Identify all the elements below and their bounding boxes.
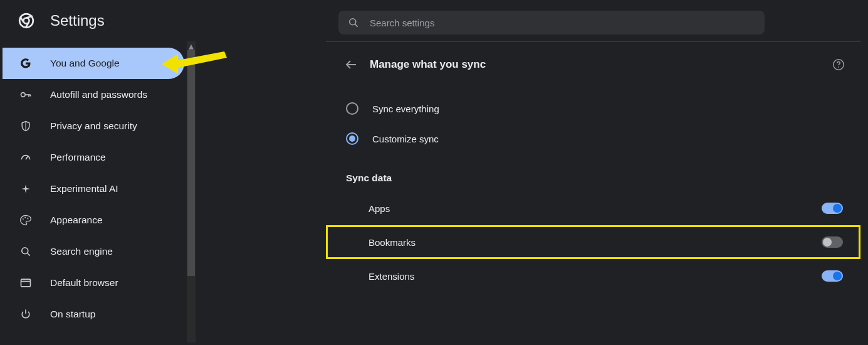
sidebar-item-label: You and Google	[50, 58, 120, 69]
svg-line-3	[355, 24, 358, 27]
svg-point-9	[23, 218, 24, 220]
sync-row-extensions: Extensions	[326, 259, 860, 293]
sync-data-section-title: Sync data	[326, 154, 860, 191]
sparkle-icon	[19, 182, 33, 196]
key-icon	[19, 88, 33, 102]
sync-mode-radio-group: Sync everything Customize sync	[326, 87, 860, 154]
speedometer-icon	[19, 151, 33, 164]
scroll-thumb[interactable]	[187, 50, 195, 276]
shield-icon	[19, 119, 33, 133]
svg-point-12	[22, 248, 28, 254]
settings-content: Manage what you sync Sync everything Cus…	[326, 41, 860, 345]
sync-item-label: Bookmarks	[369, 237, 416, 248]
sidebar-item-on-startup[interactable]: On startup	[3, 299, 184, 330]
sidebar-item-experimental-ai[interactable]: Experimental AI	[3, 173, 184, 204]
google-g-icon	[19, 56, 33, 70]
svg-point-4	[21, 93, 26, 97]
sync-row-bookmarks: Bookmarks	[326, 225, 860, 259]
sidebar-item-default-browser[interactable]: Default browser	[3, 267, 184, 299]
sidebar-item-label: On startup	[50, 309, 95, 320]
sidebar-item-label: Appearance	[50, 215, 103, 226]
radio-sync-everything[interactable]: Sync everything	[326, 93, 860, 124]
page-title: Settings	[50, 12, 105, 29]
magnifier-icon	[19, 245, 33, 258]
sidebar-item-search-engine[interactable]: Search engine	[3, 236, 184, 267]
sidebar-item-label: Search engine	[50, 246, 113, 257]
settings-sidebar: You and Google Autofill and passwords Pr…	[3, 48, 184, 330]
svg-rect-14	[21, 279, 31, 287]
svg-point-20	[838, 66, 839, 68]
toggle-extensions[interactable]	[822, 270, 843, 282]
search-icon	[347, 16, 360, 29]
radio-label: Customize sync	[372, 134, 439, 144]
sync-item-label: Apps	[369, 203, 390, 214]
search-input[interactable]	[370, 18, 756, 28]
sync-row-apps: Apps	[326, 191, 860, 225]
sidebar-item-label: Default browser	[50, 277, 118, 289]
sidebar-item-privacy[interactable]: Privacy and security	[3, 110, 184, 142]
toggle-bookmarks[interactable]	[822, 236, 843, 248]
content-header: Manage what you sync	[326, 42, 860, 87]
radio-customize-sync[interactable]: Customize sync	[326, 124, 860, 154]
sidebar-item-label: Experimental AI	[50, 183, 118, 194]
back-arrow-icon[interactable]	[343, 57, 358, 72]
search-settings-field[interactable]	[338, 11, 765, 34]
svg-point-10	[24, 217, 26, 218]
sidebar-item-autofill[interactable]: Autofill and passwords	[3, 79, 184, 110]
radio-label: Sync everything	[372, 104, 439, 114]
sidebar-item-label: Performance	[50, 152, 106, 163]
sidebar-item-appearance[interactable]: Appearance	[3, 204, 184, 236]
browser-icon	[19, 276, 33, 290]
sidebar-item-label: Privacy and security	[50, 120, 137, 132]
sidebar-item-label: Autofill and passwords	[50, 89, 147, 100]
radio-icon	[346, 102, 358, 115]
content-title: Manage what you sync	[370, 58, 486, 71]
power-icon	[19, 307, 33, 321]
sync-item-label: Extensions	[369, 271, 414, 282]
palette-icon	[19, 213, 33, 227]
radio-icon	[346, 132, 358, 145]
svg-line-13	[28, 253, 30, 256]
toggle-apps[interactable]	[822, 203, 843, 214]
sidebar-item-performance[interactable]: Performance	[3, 142, 184, 173]
scroll-up-icon[interactable]: ▴	[187, 41, 196, 50]
app-header: Settings	[0, 0, 868, 41]
svg-line-8	[26, 156, 28, 159]
chrome-logo-icon	[18, 12, 35, 29]
sidebar-item-you-and-google[interactable]: You and Google	[3, 48, 184, 79]
svg-point-11	[27, 218, 28, 220]
help-icon[interactable]	[832, 58, 845, 72]
sidebar-scrollbar[interactable]: ▴	[187, 41, 196, 342]
svg-point-2	[350, 19, 356, 25]
